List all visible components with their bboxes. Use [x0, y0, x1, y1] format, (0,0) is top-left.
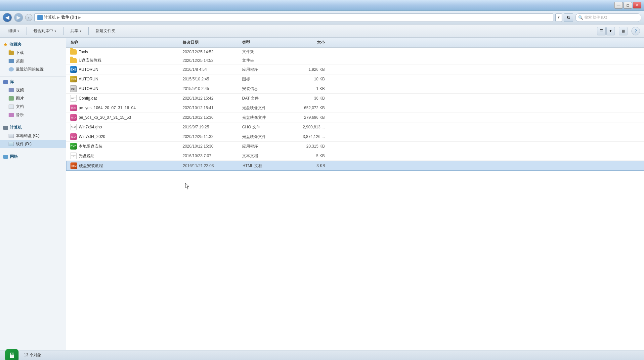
sidebar-item-music[interactable]: 音乐: [0, 111, 66, 119]
new-folder-label: 新建文件夹: [96, 28, 115, 34]
file-size: 5 KB: [285, 154, 325, 158]
sidebar-computer-header[interactable]: 计算机: [0, 123, 66, 132]
address-dropdown-button[interactable]: ▼: [555, 13, 562, 22]
file-size: 1 KB: [285, 86, 325, 91]
file-name: AUTORUN: [79, 77, 98, 81]
file-size: 1,926 KB: [285, 67, 325, 72]
file-size: 36 KB: [285, 96, 325, 101]
file-name-cell: ISO pe_yqs_1064_20_07_31_16_04: [70, 105, 183, 111]
table-row[interactable]: ICO AUTORUN 2015/5/10 2:45 图标 10 KB: [66, 74, 644, 84]
help-button[interactable]: ?: [631, 27, 640, 35]
file-type: GHO 文件: [242, 124, 285, 130]
file-date: 2015/5/10 2:45: [183, 77, 242, 81]
file-date: 2016/10/23 7:07: [183, 154, 242, 158]
file-icon-txt: TXT: [70, 153, 77, 159]
table-row[interactable]: DAT Config.dat 2020/10/12 15:42 DAT 文件 3…: [66, 94, 644, 103]
share-label: 共享: [70, 28, 78, 34]
table-row[interactable]: ISO Win7x64_2020 2020/12/25 11:32 光盘映像文件…: [66, 132, 644, 142]
view-change-button[interactable]: ☰: [597, 27, 606, 35]
table-row[interactable]: GHO Win7x64.gho 2019/9/7 19:25 GHO 文件 2,…: [66, 122, 644, 132]
file-date: 2020/12/25 11:32: [183, 134, 242, 139]
table-row[interactable]: U盘安装教程 2020/12/25 14:52 文件夹: [66, 56, 644, 65]
file-type: 应用程序: [242, 144, 285, 149]
sidebar-item-document[interactable]: 文档: [0, 103, 66, 111]
refresh-icon: ↻: [567, 15, 571, 20]
sidebar-library-section: 库 视频 图片 文档 音乐: [0, 78, 66, 119]
table-row[interactable]: Tools 2020/12/25 14:52 文件夹: [66, 48, 644, 56]
main-layout: ★ 收藏夹 下载 桌面 最近访问的位置 库: [0, 38, 644, 350]
path-sep-2: ▶: [78, 16, 81, 19]
organize-button[interactable]: 组织 ▾: [4, 26, 23, 36]
sidebar-item-desktop[interactable]: 桌面: [0, 57, 66, 65]
table-row[interactable]: ISO pe_yqs_xp_20_07_31_15_53 2020/10/12 …: [66, 113, 644, 122]
file-date: 2020/12/25 14:52: [183, 58, 242, 63]
file-date: 2019/9/7 19:25: [183, 125, 242, 129]
file-rows-container: Tools 2020/12/25 14:52 文件夹 U盘安装教程 2020/1…: [66, 48, 644, 171]
sidebar-divider-1: [0, 76, 66, 76]
header-type[interactable]: 类型: [242, 40, 285, 45]
view-dropdown-button[interactable]: ▼: [606, 27, 615, 35]
back-icon: ◀: [5, 14, 9, 21]
table-row[interactable]: EXE AUTORUN 2016/1/8 4:54 应用程序 1,926 KB: [66, 65, 644, 74]
back-button[interactable]: ◀: [3, 13, 12, 22]
table-row[interactable]: ISO pe_yqs_1064_20_07_31_16_04 2020/10/1…: [66, 103, 644, 113]
table-row[interactable]: TXT 光盘说明 2016/10/23 7:07 文本文档 5 KB: [66, 151, 644, 161]
file-icon-inf: INF: [70, 85, 77, 92]
address-bar: ◀ ▶ ↑ 计算机 ▶ 软件 (D:) ▶ ▼ ↻ 🔍 搜索 软件 (D:): [0, 11, 644, 24]
video-icon: [9, 88, 14, 92]
search-placeholder: 搜索 软件 (D:): [584, 15, 607, 20]
header-date[interactable]: 修改日期: [183, 40, 242, 45]
status-object-count: 13 个对象: [24, 352, 41, 358]
file-name: U盘安装教程: [79, 58, 102, 63]
sidebar-library-header[interactable]: 库: [0, 78, 66, 86]
file-name: AUTORUN: [79, 86, 98, 91]
drive-d-label: 软件 (D:): [16, 141, 31, 147]
sidebar-item-download[interactable]: 下载: [0, 49, 66, 57]
table-row[interactable]: INF AUTORUN 2015/5/10 2:45 安装信息 1 KB: [66, 84, 644, 94]
sidebar-item-video[interactable]: 视频: [0, 86, 66, 94]
table-row[interactable]: HTM 硬盘安装教程 2016/11/21 22:03 HTML 文档 3 KB: [66, 161, 644, 171]
file-type: 安装信息: [242, 86, 285, 92]
file-type: 文件夹: [242, 58, 285, 63]
toolbar-separator-3: [88, 27, 89, 35]
include-library-button[interactable]: 包含到库中 ▾: [29, 26, 61, 36]
sidebar-item-drive-c[interactable]: 本地磁盘 (C:): [0, 132, 66, 140]
address-path[interactable]: 计算机 ▶ 软件 (D:) ▶: [34, 13, 553, 22]
table-row[interactable]: EXE 本地硬盘安装 2020/10/12 15:30 应用程序 28,315 …: [66, 142, 644, 151]
file-icon-iso: ISO: [70, 114, 77, 121]
up-button[interactable]: ↑: [25, 14, 32, 21]
file-date: 2020/10/12 15:36: [183, 115, 242, 120]
file-name-cell: GHO Win7x64.gho: [70, 124, 183, 130]
desktop-icon: [9, 59, 14, 63]
sidebar-item-recent[interactable]: 最近访问的位置: [0, 65, 66, 73]
file-type: 应用程序: [242, 67, 285, 72]
sidebar-item-picture[interactable]: 图片: [0, 94, 66, 103]
sidebar-network-section: 网络: [0, 153, 66, 161]
title-bar: — □ ✕: [0, 0, 644, 11]
search-box[interactable]: 🔍 搜索 软件 (D:): [575, 13, 641, 22]
refresh-button[interactable]: ↻: [564, 13, 573, 22]
file-area[interactable]: 名称 修改日期 类型 大小 Tools 2020/12/25 14:52 文件夹…: [66, 38, 644, 350]
new-folder-button[interactable]: 新建文件夹: [91, 26, 120, 36]
file-icon-folder: [70, 58, 77, 63]
status-bar: 🖥 13 个对象: [0, 350, 644, 360]
sidebar-network-header[interactable]: 网络: [0, 153, 66, 161]
file-size: 2,900,813 ...: [285, 125, 325, 129]
minimize-button[interactable]: —: [614, 2, 623, 9]
header-name[interactable]: 名称: [70, 40, 183, 45]
file-type: 图标: [242, 76, 285, 82]
forward-button[interactable]: ▶: [14, 13, 23, 22]
maximize-button[interactable]: □: [623, 2, 632, 9]
header-size[interactable]: 大小: [285, 40, 325, 45]
file-name-cell: INF AUTORUN: [70, 85, 183, 92]
sidebar-item-drive-d[interactable]: 软件 (D:): [0, 140, 66, 148]
drive-c-icon: [9, 134, 14, 138]
share-button[interactable]: 共享 ▾: [66, 26, 86, 36]
picture-icon: [9, 96, 14, 101]
preview-pane-button[interactable]: ▦: [619, 27, 627, 35]
close-button[interactable]: ✕: [633, 2, 641, 9]
sidebar-favorites-header[interactable]: ★ 收藏夹: [0, 40, 66, 49]
file-icon-exe: EXE: [70, 66, 77, 73]
file-icon-iso: ISO: [70, 105, 77, 111]
library-label: 库: [10, 79, 14, 85]
